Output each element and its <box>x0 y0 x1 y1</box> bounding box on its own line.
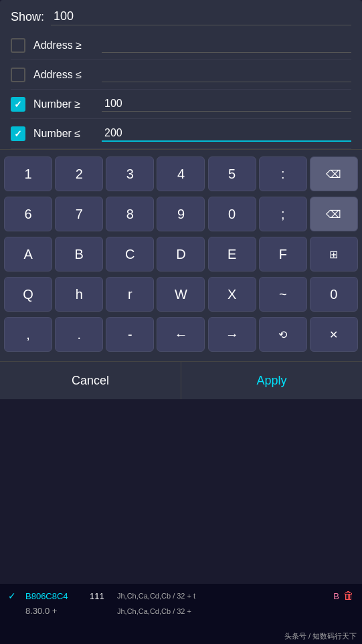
filter-label-address-gte: Address ≥ <box>33 39 94 51</box>
checkbox-number-lte[interactable] <box>11 126 25 141</box>
show-input[interactable] <box>51 8 351 25</box>
row1-tag: B <box>333 591 339 601</box>
key-backspace-1[interactable]: ⌫ <box>310 156 358 191</box>
key-1[interactable]: 1 <box>4 156 52 191</box>
row2-info: Jh,Ch,Ca,Cd,Cb / 32 + <box>117 607 354 615</box>
bottom-row-1: ✓ B806C8C4 111 Jh,Ch,Ca,Cd,Cb / 32 + t B… <box>8 588 354 604</box>
key-tilde[interactable]: ~ <box>259 277 307 312</box>
bottom-bar: ✓ B806C8C4 111 Jh,Ch,Ca,Cd,Cb / 32 + t B… <box>0 584 362 644</box>
watermark: 头条号 / 知数码行天下 <box>284 631 357 641</box>
key-B[interactable]: B <box>55 237 103 272</box>
filter-section: Address ≥ Address ≤ Number ≥ Number ≤ <box>0 31 362 149</box>
key-0[interactable]: 0 <box>208 197 256 231</box>
kb-row-4: Q h r W X ~ 0 <box>3 276 359 313</box>
filter-input-address-lte[interactable] <box>102 67 351 82</box>
key-E[interactable]: E <box>208 237 256 272</box>
cancel-button[interactable]: Cancel <box>0 362 181 399</box>
key-9[interactable]: 9 <box>157 197 205 231</box>
kb-row-1: 1 2 3 4 5 : ⌫ <box>3 155 359 193</box>
filter-label-address-lte: Address ≤ <box>33 69 94 81</box>
key-r[interactable]: r <box>106 277 154 312</box>
key-7[interactable]: 7 <box>55 197 103 231</box>
show-label: Show: <box>11 10 44 24</box>
key-minus[interactable]: - <box>106 317 154 352</box>
key-Q[interactable]: Q <box>4 277 52 312</box>
checkbox-address-lte[interactable] <box>11 68 25 82</box>
filter-row-address-lte: Address ≤ <box>11 60 351 90</box>
dialog: Show: Address ≥ Address ≤ Number ≥ Numbe… <box>0 0 362 399</box>
key-8[interactable]: 8 <box>106 197 154 231</box>
key-6[interactable]: 6 <box>4 197 52 231</box>
key-dot[interactable]: . <box>55 317 103 352</box>
key-arrow-right[interactable]: → <box>208 317 256 352</box>
filter-row-number-lte: Number ≤ <box>11 119 351 149</box>
key-zero-alt[interactable]: 0 <box>310 277 358 312</box>
filter-input-address-gte[interactable] <box>102 37 351 53</box>
key-colon[interactable]: : <box>259 156 307 191</box>
key-4[interactable]: 4 <box>157 156 205 191</box>
row1-info: Jh,Ch,Ca,Cd,Cb / 32 + t <box>117 592 329 600</box>
action-row: Cancel Apply <box>0 361 362 399</box>
filter-row-address-gte: Address ≥ <box>11 31 351 60</box>
show-row: Show: <box>0 0 362 31</box>
key-5[interactable]: 5 <box>208 156 256 191</box>
row2-address: 8.30.0 + <box>25 606 86 616</box>
key-backspace-2[interactable]: ⌫ <box>310 197 358 231</box>
kb-row-3: A B C D E F ⊞ <box>3 235 359 273</box>
bottom-row-2: 8.30.0 + Jh,Ch,Ca,Cd,Cb / 32 + <box>8 604 354 618</box>
kb-row-5: , . - ← → ⟲ ✕ <box>3 316 359 353</box>
apply-button[interactable]: Apply <box>181 362 362 399</box>
row1-check: ✓ <box>8 591 21 601</box>
checkbox-number-gte[interactable] <box>11 97 25 112</box>
key-2[interactable]: 2 <box>55 156 103 191</box>
filter-label-number-lte: Number ≤ <box>33 128 94 140</box>
key-X[interactable]: X <box>208 277 256 312</box>
key-history[interactable]: ⟲ <box>259 317 307 352</box>
key-A[interactable]: A <box>4 237 52 272</box>
row1-address: B806C8C4 <box>25 591 86 601</box>
kb-row-2: 6 7 8 9 0 ; ⌫ <box>3 195 359 233</box>
key-grid[interactable]: ⊞ <box>310 237 358 272</box>
filter-input-number-gte[interactable] <box>102 96 351 112</box>
key-D[interactable]: D <box>157 237 205 272</box>
key-3[interactable]: 3 <box>106 156 154 191</box>
filter-row-number-gte: Number ≥ <box>11 90 351 119</box>
row1-delete[interactable]: 🗑 <box>343 590 354 602</box>
key-comma[interactable]: , <box>4 317 52 352</box>
filter-input-number-lte[interactable] <box>102 126 351 142</box>
filter-label-number-gte: Number ≥ <box>33 98 94 110</box>
key-h[interactable]: h <box>55 277 103 312</box>
row1-number: 111 <box>90 591 113 601</box>
key-semicolon[interactable]: ; <box>259 197 307 231</box>
key-close-keyboard[interactable]: ✕ <box>310 317 358 352</box>
key-W[interactable]: W <box>157 277 205 312</box>
keyboard: 1 2 3 4 5 : ⌫ 6 7 8 9 0 ; ⌫ A B C D E F … <box>0 149 362 361</box>
key-F[interactable]: F <box>259 237 307 272</box>
checkbox-address-gte[interactable] <box>11 38 25 53</box>
key-arrow-left[interactable]: ← <box>157 317 205 352</box>
key-C[interactable]: C <box>106 237 154 272</box>
